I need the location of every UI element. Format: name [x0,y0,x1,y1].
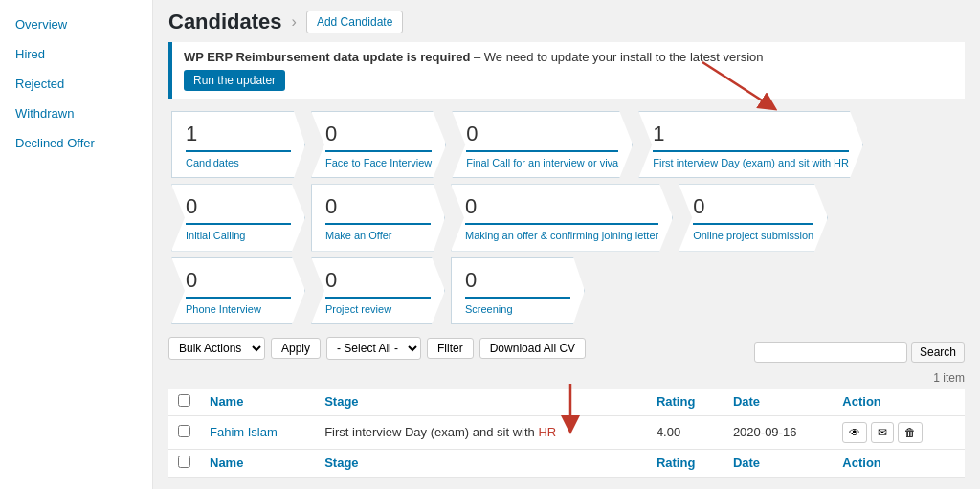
th-action: Action [833,389,965,416]
stage-label-phone: Phone Interview [186,302,291,316]
main-content: Candidates › Add Candidate WP ERP Reimbu… [153,0,980,489]
email-button[interactable]: ✉ [871,422,894,443]
bulk-actions-select[interactable]: Bulk ActionsDelete [168,337,265,360]
row-name: Fahim Islam [200,415,315,449]
row-date: 2020-09-16 [724,415,833,449]
stage-count-calling: 0 [186,194,291,225]
row-rating: 4.00 [647,415,724,449]
download-cv-button[interactable]: Download All CV [479,338,586,359]
stage-count-make-offer: 0 [325,194,431,225]
svg-line-0 [702,62,769,105]
stage-candidates[interactable]: 1 Candidates [171,111,305,178]
stage-count-online: 0 [693,194,813,225]
stage-final-call[interactable]: 0 Final Call for an interview or viva [452,111,633,178]
stage-count-first: 1 [653,122,849,152]
stage-label-calling: Initial Calling [186,229,291,242]
row-actions: 👁 ✉ 🗑 [833,415,965,449]
sidebar-item-declined-offer[interactable]: Declined Offer [0,128,152,158]
view-button[interactable]: 👁 [842,422,867,443]
stage-count-face: 0 [325,122,432,152]
stage-label-online: Online project submission [693,229,813,242]
tfoot-action: Action [833,449,965,477]
tfoot-stage: Stage [315,449,647,477]
stage-face-to-face[interactable]: 0 Face to Face Interview [311,111,446,178]
filter-button[interactable]: Filter [427,338,474,359]
stage-label-make-offer: Make an Offer [325,229,431,242]
breadcrumb-separator: › [292,13,297,31]
th-checkbox [168,389,200,416]
select-all-checkbox[interactable] [178,394,190,407]
tfoot-name: Name [200,449,315,477]
red-arrow-1 [693,53,789,120]
delete-button[interactable]: 🗑 [898,422,923,443]
row-select-checkbox[interactable] [178,425,190,437]
stage-making-offer[interactable]: 0 Making an offer & confirming joining l… [451,184,673,251]
page-title: Candidates [168,10,282,34]
footer-select-all-checkbox[interactable] [178,456,190,468]
stage-count-candidates: 1 [186,122,291,152]
stage-count-making-offer: 0 [465,194,658,225]
select-all-select[interactable]: - Select All - [326,337,421,360]
row-checkbox [168,415,200,449]
search-area: Search [754,342,965,363]
stage-label-candidates: Candidates [186,156,291,169]
notice-text-bold: WP ERP Reimbursement data update is requ… [184,50,764,64]
tfoot-rating: Rating [647,449,724,477]
table-footer-row: Name Stage Rating Date Action [168,449,965,477]
stage-initial-calling[interactable]: 0 Initial Calling [171,184,305,251]
page-header: Candidates › Add Candidate [168,10,965,34]
candidate-link[interactable]: Fahim Islam [210,425,278,439]
stage-label-review: Project review [325,302,431,316]
add-candidate-button[interactable]: Add Candidate [306,11,403,33]
search-input[interactable] [754,342,907,363]
run-updater-button[interactable]: Run the updater [184,70,285,91]
sidebar-item-overview[interactable]: Overview [0,10,152,39]
th-rating: Rating [647,389,724,416]
toolbar: Bulk ActionsDelete Apply - Select All - … [168,337,586,360]
stage-screening[interactable]: 0 Screening [451,257,585,324]
stage-online-project[interactable]: 0 Online project submission [679,184,828,251]
update-notice: WP ERP Reimbursement data update is requ… [168,42,965,99]
stage-label-first: First interview Day (exam) and sit with … [653,156,849,169]
stage-label-final: Final Call for an interview or viva [466,156,618,169]
stage-label-making-offer: Making an offer & confirming joining let… [465,229,658,242]
tfoot-checkbox [168,449,200,477]
red-arrow-2 [542,379,599,436]
tfoot-date: Date [724,449,833,477]
pipeline-grid: 1 Candidates 0 Face to Face Interview 0 … [168,108,965,327]
stage-phone-interview[interactable]: 0 Phone Interview [171,257,305,324]
stage-count-phone: 0 [186,268,291,299]
th-date: Date [724,389,833,416]
sidebar-item-rejected[interactable]: Rejected [0,69,152,99]
sidebar: Overview Hired Rejected Withdrawn Declin… [0,0,153,489]
stage-count-final: 0 [466,122,618,152]
stage-count-screening: 0 [465,268,570,299]
search-button[interactable]: Search [911,342,965,363]
stage-make-offer[interactable]: 0 Make an Offer [311,184,445,251]
sidebar-item-withdrawn[interactable]: Withdrawn [0,99,152,128]
th-name: Name [200,389,315,416]
stage-project-review[interactable]: 0 Project review [311,257,445,324]
stage-prefix: First interview Day (exam) and sit with [324,425,538,439]
stage-label-screening: Screening [465,302,570,316]
stage-label-face: Face to Face Interview [325,156,432,169]
stage-count-review: 0 [325,268,431,299]
stage-first-interview[interactable]: 1 First interview Day (exam) and sit wit… [638,111,863,178]
sidebar-item-hired[interactable]: Hired [0,39,152,69]
apply-button[interactable]: Apply [271,338,321,359]
